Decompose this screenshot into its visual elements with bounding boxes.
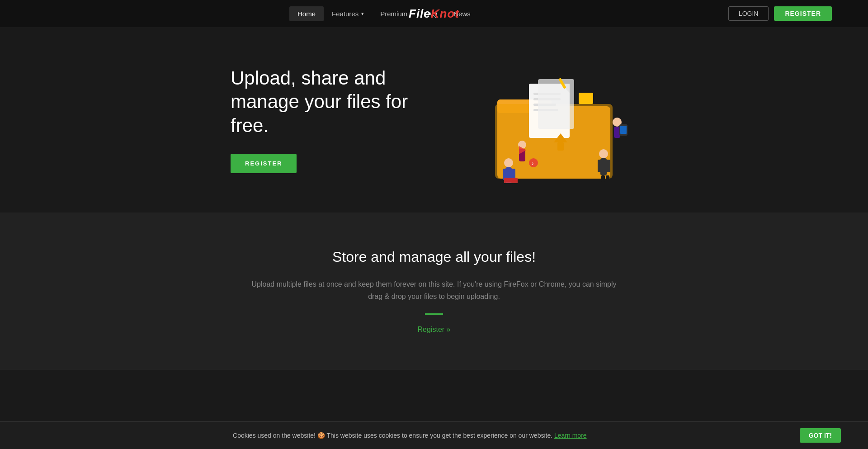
svg-rect-10 bbox=[579, 93, 593, 104]
svg-rect-26 bbox=[606, 175, 609, 182]
svg-rect-9 bbox=[538, 79, 574, 129]
register-nav-button[interactable]: REGISTER bbox=[774, 6, 832, 21]
hero-section: Upload, share and manage your files for … bbox=[0, 27, 868, 213]
svg-point-15 bbox=[504, 158, 513, 167]
nav-actions: LOGIN REGISTER bbox=[728, 6, 832, 21]
folder-svg: ♪ bbox=[470, 57, 637, 183]
navbar: Home Features ▾ Premium FAQ News FileKno… bbox=[0, 0, 868, 27]
svg-rect-33 bbox=[504, 178, 518, 182]
svg-rect-45 bbox=[620, 126, 627, 134]
cookie-text-main: Cookies used on the website! 🍪 This webs… bbox=[233, 432, 552, 439]
nav-features[interactable]: Features ▾ bbox=[324, 6, 372, 21]
features-description: Upload multiple files at once and keep t… bbox=[244, 278, 624, 302]
features-title: Store and manage all your files! bbox=[9, 249, 859, 265]
hero-content: Upload, share and manage your files for … bbox=[231, 29, 637, 210]
cookie-banner: Cookies used on the website! 🍪 This webs… bbox=[0, 421, 868, 449]
svg-rect-23 bbox=[598, 160, 602, 172]
site-logo[interactable]: FileKnot bbox=[409, 7, 459, 21]
svg-rect-25 bbox=[601, 175, 605, 182]
svg-point-21 bbox=[599, 149, 608, 158]
features-chevron-icon: ▾ bbox=[361, 11, 364, 17]
svg-rect-24 bbox=[606, 160, 610, 172]
features-register-link[interactable]: Register » bbox=[418, 326, 451, 333]
svg-text:♪: ♪ bbox=[531, 160, 534, 166]
svg-rect-12 bbox=[557, 142, 564, 151]
nav-home[interactable]: Home bbox=[289, 6, 324, 21]
cookie-banner-text: Cookies used on the website! 🍪 This webs… bbox=[27, 432, 793, 439]
svg-rect-43 bbox=[614, 127, 620, 138]
features-divider bbox=[425, 313, 443, 315]
login-button[interactable]: LOGIN bbox=[728, 6, 769, 21]
logo-knot-text: Knot bbox=[431, 7, 459, 20]
register-hero-button[interactable]: REGISTER bbox=[231, 154, 297, 173]
hero-text: Upload, share and manage your files for … bbox=[231, 66, 429, 174]
cookie-got-it-button[interactable]: GOT IT! bbox=[800, 428, 841, 443]
features-section: Store and manage all your files! Upload … bbox=[0, 213, 868, 370]
hero-title: Upload, share and manage your files for … bbox=[231, 66, 429, 138]
hero-illustration: ♪ bbox=[470, 57, 637, 183]
cookie-learn-more-link[interactable]: Learn more bbox=[554, 432, 587, 439]
logo-file-text: File bbox=[409, 7, 431, 20]
